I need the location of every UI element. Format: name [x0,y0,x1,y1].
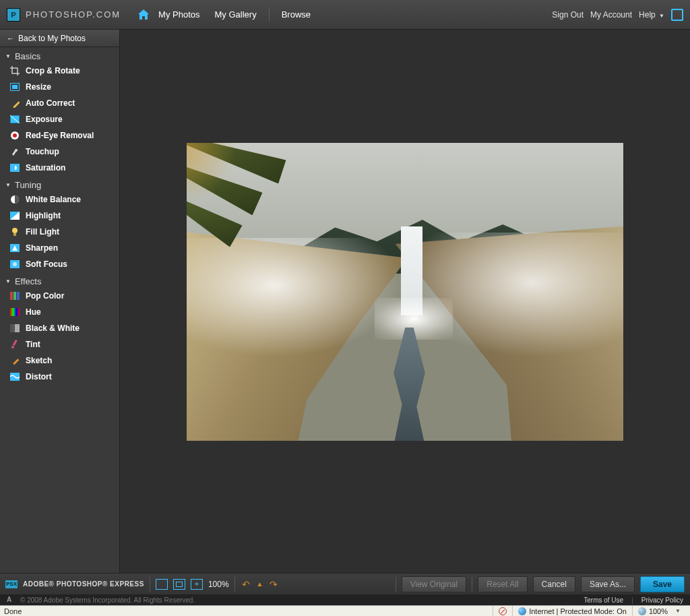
chevron-down-icon: ▼ [659,13,664,19]
tint-icon [9,340,20,349]
pencil-icon [9,356,20,365]
bw-icon [9,324,20,333]
fit-window-button[interactable] [173,579,185,590]
save-button[interactable]: Save [640,576,685,592]
logo-icon: P [7,8,20,22]
redo-button[interactable]: ↷ [268,579,279,590]
browser-status-bar: Done Internet | Protected Mode: On 100% … [0,605,690,616]
photo-canvas[interactable] [187,143,623,441]
svg-rect-18 [13,292,16,300]
svg-rect-20 [10,308,20,316]
triangle-down-icon: ▼ [5,53,11,59]
svg-rect-1 [12,85,18,89]
highlight-icon [9,211,20,220]
tool-fill-light[interactable]: Fill Light [0,224,119,240]
tool-exposure[interactable]: Exposure [0,111,119,127]
nav-divider [269,7,270,22]
svg-point-16 [13,262,17,266]
status-done: Done [4,607,22,615]
bulb-icon [9,227,20,237]
svg-point-6 [15,149,18,152]
reset-all-button[interactable]: Reset All [478,576,527,592]
zoom-level: 100% [208,580,229,589]
svg-rect-19 [17,292,20,300]
nav-my-gallery[interactable]: My Gallery [208,5,263,24]
tool-touchup[interactable]: Touchup [0,144,119,160]
section-effects[interactable]: ▼Effects [0,272,119,288]
main-row: ← Back to My Photos ▼Basics Crop & Rotat… [0,30,690,573]
bottom-toolbar: PSX ADOBE® PHOTOSHOP® EXPRESS 100% ↶ ▲ ↷… [0,573,690,594]
distort-icon [9,372,20,381]
link-sign-out[interactable]: Sign Out [552,10,584,20]
fullscreen-icon[interactable] [671,9,683,21]
svg-rect-12 [13,233,16,236]
section-tuning-label: Tuning [15,180,41,190]
status-zoom[interactable]: 100% ▼ [632,606,686,616]
home-icon[interactable] [137,9,150,21]
status-popup-blocked[interactable] [493,606,512,616]
tool-soft-focus[interactable]: Soft Focus [0,256,119,272]
psx-badge-icon: PSX [5,580,18,588]
copyright-label: © 2008 Adobe Systems Incorporated. All R… [20,596,195,604]
tool-sketch[interactable]: Sketch [0,352,119,369]
soft-focus-icon [9,259,20,269]
tool-highlight[interactable]: Highlight [0,208,119,224]
top-right: Sign Out My Account Help ▼ [552,9,683,21]
pop-color-icon [9,291,20,301]
save-as-button[interactable]: Save As... [581,576,635,592]
tool-saturation[interactable]: Saturation [0,160,119,176]
redeye-icon [9,131,20,140]
tool-hue[interactable]: Hue [0,304,119,320]
touchup-icon [9,147,20,156]
section-effects-label: Effects [15,276,42,286]
hue-icon [9,307,20,317]
tool-sharpen[interactable]: Sharpen [0,240,119,256]
brand-label: PHOTOSHOP.COM [26,9,121,20]
nav-my-photos[interactable]: My Photos [152,5,206,24]
section-tuning[interactable]: ▼Tuning [0,176,119,191]
svg-point-24 [11,346,14,348]
triangle-down-icon: ▼ [5,182,11,188]
history-up-icon[interactable]: ▲ [257,580,263,588]
tool-red-eye[interactable]: Red-Eye Removal [0,127,119,144]
svg-point-5 [13,133,17,137]
fit-screen-button[interactable] [156,579,168,590]
top-nav: My Photos My Gallery Browse [137,5,317,24]
link-terms[interactable]: Terms of Use [584,596,623,604]
tool-resize[interactable]: Resize [0,79,119,95]
link-help[interactable]: Help ▼ [639,10,664,20]
crop-icon [9,66,20,75]
zoom-globe-icon [638,607,646,615]
svg-point-11 [12,228,18,233]
section-basics[interactable]: ▼Basics [0,47,119,63]
wand-icon [9,98,20,108]
back-button[interactable]: ← Back to My Photos [0,30,119,47]
view-original-button[interactable]: View Original [402,576,466,592]
tool-tint[interactable]: Tint [0,336,119,352]
tool-black-white[interactable]: Black & White [0,320,119,336]
tool-auto-correct[interactable]: Auto Correct [0,95,119,111]
tool-pop-color[interactable]: Pop Color [0,288,119,304]
undo-button[interactable]: ↶ [241,579,251,590]
tool-white-balance[interactable]: White Balance [0,191,119,208]
svg-rect-23 [13,340,18,346]
svg-rect-25 [13,359,19,365]
cancel-button[interactable]: Cancel [533,576,575,592]
svg-rect-17 [10,292,13,300]
svg-rect-22 [10,324,15,332]
adobe-logo-icon: A [7,596,15,604]
zoom-in-button[interactable] [191,579,203,590]
blocked-icon [499,607,507,615]
triangle-down-icon: ▼ [5,278,11,284]
tool-distort[interactable]: Distort [0,369,119,385]
tool-crop-rotate[interactable]: Crop & Rotate [0,63,119,79]
status-zone[interactable]: Internet | Protected Mode: On [512,606,632,616]
nav-browse[interactable]: Browse [275,5,317,24]
arrow-left-icon: ← [7,34,14,42]
back-label: Back to My Photos [18,34,86,43]
link-privacy[interactable]: Privacy Policy [641,596,683,604]
canvas-area [120,30,690,573]
svg-rect-2 [13,101,20,108]
link-my-account[interactable]: My Account [590,10,632,20]
saturation-icon [9,163,20,173]
